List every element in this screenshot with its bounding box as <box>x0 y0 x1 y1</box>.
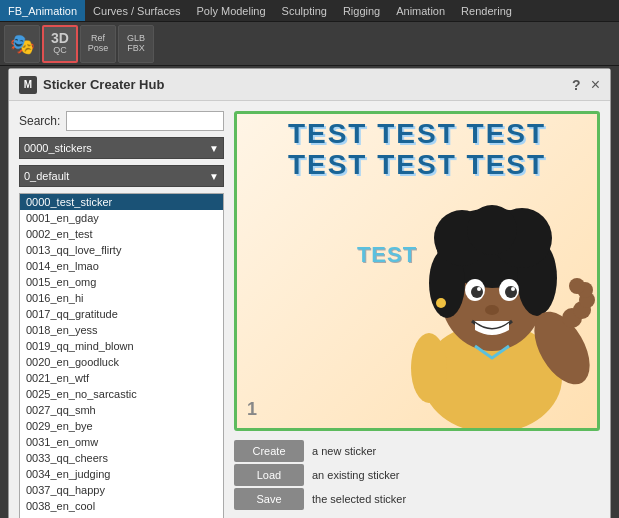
list-item[interactable]: 0019_qq_mind_blown <box>20 338 223 354</box>
dropdown-sticker-set[interactable]: 0000_stickers ▼ <box>19 137 224 159</box>
avatar-svg <box>387 138 597 428</box>
action-rows: Createa new stickerLoadan existing stick… <box>234 439 600 511</box>
toolbar-btn-refpose[interactable]: Ref Pose <box>80 25 116 63</box>
search-input[interactable] <box>66 111 224 131</box>
svg-point-14 <box>511 287 515 291</box>
list-item[interactable]: 0015_en_omg <box>20 274 223 290</box>
save-button[interactable]: Save <box>234 488 304 510</box>
right-panel: TEST TEST TEST TEST TEST TEST TEST <box>234 111 600 518</box>
menu-item-rigging[interactable]: Rigging <box>335 0 388 21</box>
svg-point-13 <box>477 287 481 291</box>
toolbar-btn-3dqc[interactable]: 3D QC <box>42 25 78 63</box>
list-item[interactable]: 0020_en_goodluck <box>20 354 223 370</box>
list-item[interactable]: 0016_en_hi <box>20 290 223 306</box>
search-label: Search: <box>19 114 60 128</box>
list-item[interactable]: 0013_qq_love_flirty <box>20 242 223 258</box>
avatar-icon: 🎭 <box>10 32 35 56</box>
list-item[interactable]: 0031_en_omw <box>20 434 223 450</box>
toolbar: 🎭 3D QC Ref Pose GLB FBX <box>0 22 619 66</box>
list-item[interactable]: 0038_en_cool <box>20 498 223 514</box>
menu-item-curves-surfaces[interactable]: Curves / Surfaces <box>85 0 188 21</box>
load-desc: an existing sticker <box>312 469 399 481</box>
list-item[interactable]: 0001_en_gday <box>20 210 223 226</box>
list-item[interactable]: 0039_en_hbd <box>20 514 223 518</box>
list-item[interactable]: 0025_en_no_sarcastic <box>20 386 223 402</box>
toolbar-btn-icon1[interactable]: 🎭 <box>4 25 40 63</box>
list-item[interactable]: 0034_en_judging <box>20 466 223 482</box>
list-item[interactable]: 0037_qq_happy <box>20 482 223 498</box>
menu-item-rendering[interactable]: Rendering <box>453 0 520 21</box>
create-desc: a new sticker <box>312 445 376 457</box>
action-row-create: Createa new sticker <box>234 439 600 463</box>
list-item[interactable]: 0033_qq_cheers <box>20 450 223 466</box>
menu-item-poly-modeling[interactable]: Poly Modeling <box>189 0 274 21</box>
sticker-list[interactable]: 0000_test_sticker0001_en_gday0002_en_tes… <box>19 193 224 518</box>
list-item[interactable]: 0018_en_yess <box>20 322 223 338</box>
list-item[interactable]: 0000_test_sticker <box>20 194 223 210</box>
svg-point-11 <box>471 286 483 298</box>
dialog-title-bar: M Sticker Creater Hub ? × <box>9 69 610 101</box>
dialog-title: M Sticker Creater Hub <box>19 76 164 94</box>
svg-point-15 <box>485 305 499 315</box>
chevron-down-icon: ▼ <box>209 171 219 182</box>
sticker-content: TEST TEST TEST TEST TEST TEST TEST <box>237 114 597 428</box>
list-item[interactable]: 0027_qq_smh <box>20 402 223 418</box>
menu-item-sculpting[interactable]: Sculpting <box>274 0 335 21</box>
menu-item-fb-animation[interactable]: FB_Animation <box>0 0 85 21</box>
toolbar-label-refpose: Ref Pose <box>88 34 109 54</box>
left-panel: Search: 0000_stickers ▼ 0_default ▼ 0000… <box>19 111 224 518</box>
chevron-down-icon: ▼ <box>209 143 219 154</box>
svg-point-12 <box>505 286 517 298</box>
list-item[interactable]: 0014_en_lmao <box>20 258 223 274</box>
search-row: Search: <box>19 111 224 131</box>
dialog-body: Search: 0000_stickers ▼ 0_default ▼ 0000… <box>9 101 610 518</box>
list-item[interactable]: 0002_en_test <box>20 226 223 242</box>
sticker-number: 1 <box>247 399 257 420</box>
load-button[interactable]: Load <box>234 464 304 486</box>
list-item[interactable]: 0017_qq_gratitude <box>20 306 223 322</box>
dropdown-category[interactable]: 0_default ▼ <box>19 165 224 187</box>
svg-point-8 <box>467 205 517 255</box>
svg-point-23 <box>411 333 447 403</box>
dialog-title-icon: M <box>19 76 37 94</box>
create-button[interactable]: Create <box>234 440 304 462</box>
dialog-sticker-creator: M Sticker Creater Hub ? × Search: 0000_s… <box>8 68 611 518</box>
sticker-preview: TEST TEST TEST TEST TEST TEST TEST <box>234 111 600 431</box>
action-row-save: Savethe selected sticker <box>234 487 600 511</box>
dialog-controls: ? × <box>572 76 600 94</box>
list-item[interactable]: 0029_en_bye <box>20 418 223 434</box>
list-item[interactable]: 0021_en_wtf <box>20 370 223 386</box>
save-desc: the selected sticker <box>312 493 406 505</box>
svg-point-16 <box>436 298 446 308</box>
toolbar-btn-glbfbx[interactable]: GLB FBX <box>118 25 154 63</box>
menu-bar: FB_Animation Curves / Surfaces Poly Mode… <box>0 0 619 22</box>
toolbar-label-glbfbx: GLB FBX <box>127 34 145 54</box>
help-button[interactable]: ? <box>572 77 581 93</box>
toolbar-label-3dqc: 3D QC <box>51 31 69 56</box>
close-button[interactable]: × <box>591 76 600 94</box>
action-row-load: Loadan existing sticker <box>234 463 600 487</box>
menu-item-animation[interactable]: Animation <box>388 0 453 21</box>
svg-point-22 <box>569 278 585 294</box>
